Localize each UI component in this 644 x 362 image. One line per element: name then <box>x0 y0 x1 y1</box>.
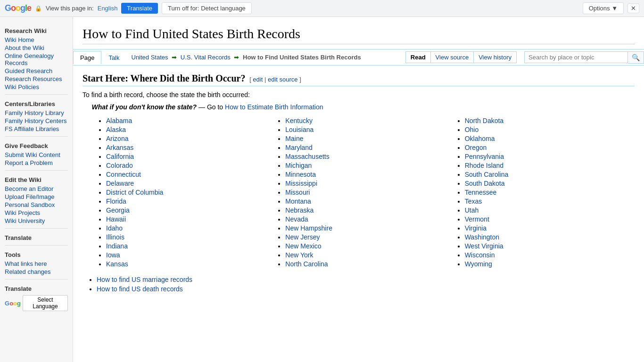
bottom-link[interactable]: How to find US marriage records <box>97 276 192 283</box>
sidebar-link[interactable]: Wiki Home <box>5 36 68 43</box>
state-link[interactable]: Montana <box>285 197 311 205</box>
state-link[interactable]: New York <box>285 251 313 259</box>
state-link[interactable]: Iowa <box>106 251 120 259</box>
state-link[interactable]: New Jersey <box>285 233 320 241</box>
state-link[interactable]: Alaska <box>106 126 126 133</box>
state-link[interactable]: New Mexico <box>285 242 321 250</box>
state-link[interactable]: Alabama <box>106 117 132 124</box>
state-link[interactable]: District of Columbia <box>106 189 163 196</box>
sidebar-link[interactable]: Online Genealogy Records <box>5 52 68 66</box>
state-link[interactable]: Georgia <box>106 206 130 214</box>
state-link[interactable]: Delaware <box>106 180 134 187</box>
state-link[interactable]: Arkansas <box>106 144 133 151</box>
sidebar-link[interactable]: Wiki Policies <box>5 83 68 90</box>
sidebar-link[interactable]: Report a Problem <box>5 159 68 166</box>
search-input[interactable] <box>524 51 628 63</box>
sidebar-link[interactable]: FS Affiliate Libraries <box>5 125 68 132</box>
sidebar-link[interactable]: Guided Research <box>5 67 68 74</box>
state-link[interactable]: North Dakota <box>465 117 504 124</box>
tab-page[interactable]: Page <box>73 51 101 64</box>
state-link[interactable]: Utah <box>465 206 479 214</box>
list-item: New Jersey <box>285 233 455 241</box>
state-link[interactable]: Louisiana <box>285 126 314 133</box>
sidebar-link[interactable]: Upload File/Image <box>5 193 68 200</box>
state-link[interactable]: California <box>106 153 134 160</box>
google-logo: Google <box>5 3 31 13</box>
sidebar-link[interactable]: Wiki University <box>5 217 68 224</box>
state-link[interactable]: Hawaii <box>106 215 126 223</box>
sidebar-link[interactable]: Family History Library <box>5 109 68 116</box>
sidebar-link[interactable]: Submit Wiki Content <box>5 151 68 158</box>
state-link[interactable]: Tennessee <box>465 189 497 196</box>
options-button[interactable]: Options ▼ <box>583 2 624 14</box>
state-link[interactable]: Florida <box>106 197 126 205</box>
state-link[interactable]: South Carolina <box>465 171 509 178</box>
state-link[interactable]: Indiana <box>106 242 128 250</box>
state-link[interactable]: Missouri <box>285 189 310 196</box>
sidebar-link[interactable]: Research Resources <box>5 75 68 82</box>
sidebar-link[interactable]: Wiki Projects <box>5 209 68 216</box>
state-link[interactable]: Michigan <box>285 162 312 169</box>
state-link[interactable]: Arizona <box>106 135 128 142</box>
tab-action-view-history[interactable]: View history <box>473 51 517 63</box>
state-link[interactable]: Massachusetts <box>285 153 329 160</box>
state-link[interactable]: Kentucky <box>285 117 313 124</box>
state-link[interactable]: West Virginia <box>465 242 504 250</box>
state-link[interactable]: Maine <box>285 135 303 142</box>
sidebar-divider <box>5 245 68 246</box>
state-link[interactable]: Wyoming <box>465 260 492 268</box>
list-item: Pennsylvania <box>465 153 635 160</box>
tab-action-view-source[interactable]: View source <box>430 51 474 63</box>
list-item: Ohio <box>465 126 635 133</box>
state-link[interactable]: Vermont <box>465 215 489 223</box>
sidebar-link[interactable]: Personal Sandbox <box>5 201 68 208</box>
state-link[interactable]: Wisconsin <box>465 251 495 259</box>
sidebar-link[interactable]: Become an Editor <box>5 185 68 192</box>
close-button[interactable]: ✕ <box>627 3 639 13</box>
state-link[interactable]: Mississippi <box>285 180 317 187</box>
sidebar-divider <box>5 94 68 95</box>
state-link[interactable]: Nebraska <box>285 206 314 214</box>
page-title: How to Find United States Birth Records <box>83 26 635 44</box>
list-item: Tennessee <box>465 189 635 196</box>
sidebar-link[interactable]: About the Wiki <box>5 44 68 51</box>
tab-action-read[interactable]: Read <box>405 51 431 63</box>
edit-link[interactable]: edit <box>253 76 263 83</box>
translate-button[interactable]: Translate <box>121 3 158 14</box>
turnoff-button[interactable]: Turn off for: Detect language <box>162 2 252 14</box>
breadcrumb-vital[interactable]: U.S. Vital Records <box>181 54 231 61</box>
breadcrumb-us[interactable]: United States <box>132 54 168 61</box>
list-item: New Hampshire <box>285 224 455 232</box>
list-item: Illinois <box>106 233 276 241</box>
select-language-button[interactable]: Select Language <box>23 295 68 311</box>
state-link[interactable]: Virginia <box>465 224 487 232</box>
estimate-link[interactable]: How to Estimate Birth Information <box>225 103 323 111</box>
list-item: Maine <box>285 135 455 142</box>
sidebar-link[interactable]: Family History Centers <box>5 117 68 124</box>
state-link[interactable]: Washington <box>465 233 499 241</box>
sidebar-link[interactable]: Related changes <box>5 268 68 275</box>
state-link[interactable]: Colorado <box>106 162 133 169</box>
bottom-link[interactable]: How to find US death records <box>97 285 183 293</box>
edit-source-link[interactable]: edit source <box>268 76 298 83</box>
state-link[interactable]: Idaho <box>106 224 123 232</box>
search-button[interactable]: 🔍 <box>628 51 644 64</box>
state-link[interactable]: Connecticut <box>106 171 141 178</box>
state-link[interactable]: Minnesota <box>285 171 316 178</box>
state-link[interactable]: Texas <box>465 197 482 205</box>
state-link[interactable]: Illinois <box>106 233 124 241</box>
state-link[interactable]: Oklahoma <box>465 135 495 142</box>
state-link[interactable]: North Carolina <box>285 260 328 268</box>
state-link[interactable]: Oregon <box>465 144 487 151</box>
language-link[interactable]: English <box>98 5 118 12</box>
state-link[interactable]: South Dakota <box>465 180 505 187</box>
state-link[interactable]: Rhode Island <box>465 162 504 169</box>
state-link[interactable]: Pennsylvania <box>465 153 504 160</box>
tab-talk[interactable]: Talk <box>101 51 126 64</box>
sidebar-link[interactable]: What links here <box>5 260 68 267</box>
state-link[interactable]: Nevada <box>285 215 308 223</box>
state-link[interactable]: Maryland <box>285 144 313 151</box>
state-link[interactable]: Kansas <box>106 260 128 268</box>
state-link[interactable]: Ohio <box>465 126 479 133</box>
state-link[interactable]: New Hampshire <box>285 224 332 232</box>
